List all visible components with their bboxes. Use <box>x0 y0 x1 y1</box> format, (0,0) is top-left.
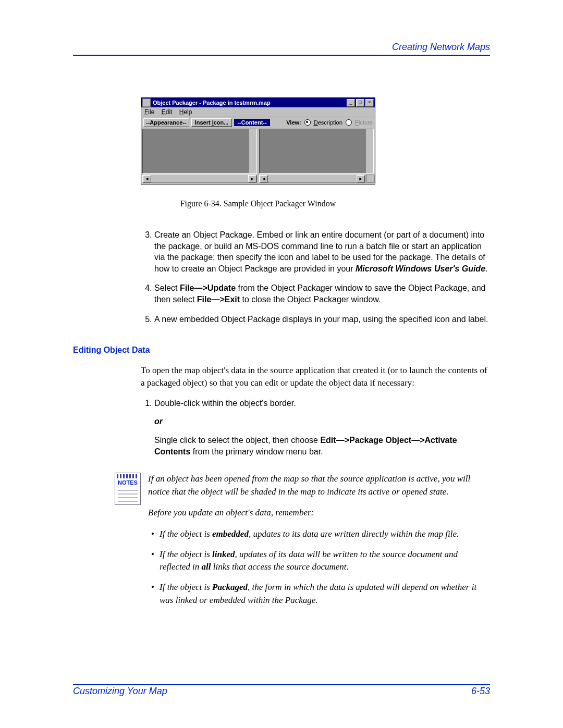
insert-icon-button[interactable]: Insert Icon... <box>191 118 232 127</box>
step-4: Select File—>Update from the Object Pack… <box>154 282 490 305</box>
step-5: A new embedded Object Package displays i… <box>154 314 490 325</box>
scrollbar-vertical[interactable] <box>249 129 256 173</box>
menu-edit[interactable]: Edit <box>162 108 173 116</box>
app-icon <box>142 98 151 107</box>
close-button[interactable]: × <box>365 99 374 107</box>
content-pane <box>259 129 374 174</box>
menu-file[interactable]: File <box>144 108 154 116</box>
page-header-right: Creating Network Maps <box>73 42 490 53</box>
radio-description-label[interactable]: Description <box>314 119 342 126</box>
window-title: Object Packager - Package in testmrm.map <box>153 100 346 106</box>
radio-picture-label: Picture <box>355 119 373 126</box>
footer-rule <box>73 684 490 685</box>
content-label: --Content-- <box>234 119 270 126</box>
section2-intro: To open the map object's data in the sou… <box>141 364 490 389</box>
procedure-list-a: Create an Object Package. Embed or link … <box>141 229 490 325</box>
scrollbar-vertical[interactable] <box>365 129 373 173</box>
heading-editing-object-data: Editing Object Data <box>73 346 490 355</box>
figure-caption: Figure 6-34. Sample Object Packager Wind… <box>141 199 375 208</box>
radio-description[interactable] <box>304 119 311 126</box>
footer-right: 6-53 <box>471 686 490 697</box>
maximize-button[interactable]: □ <box>356 99 364 107</box>
minimize-button[interactable]: _ <box>347 99 355 107</box>
or-label: or <box>154 417 163 426</box>
radio-picture[interactable] <box>346 119 352 126</box>
procedure-list-b: Double-click within the object's border.… <box>141 398 490 457</box>
appearance-pane <box>142 129 257 174</box>
step-1: Double-click within the object's border.… <box>154 398 490 457</box>
scrollbar-horizontal[interactable]: ◄► <box>259 175 365 183</box>
appearance-label: --Appearance-- <box>143 118 189 127</box>
menu-help[interactable]: Help <box>179 108 192 116</box>
menu-bar: File Edit Help <box>141 107 375 117</box>
footer-left: Customizing Your Map <box>73 686 167 697</box>
view-label: View: <box>286 119 301 126</box>
notes-body: If an object has been opened from the ma… <box>148 473 490 614</box>
figure-object-packager: Object Packager - Package in testmrm.map… <box>141 97 375 184</box>
scrollbar-horizontal[interactable]: ◄► <box>142 175 257 183</box>
step-3: Create an Object Package. Embed or link … <box>154 229 490 274</box>
resize-grip[interactable] <box>366 175 375 183</box>
header-rule <box>73 55 490 56</box>
notes-icon: NOTES <box>115 473 141 505</box>
